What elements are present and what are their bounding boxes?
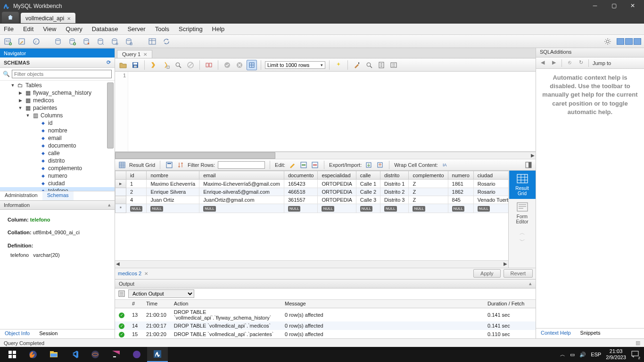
grid-hscrollbar[interactable]: ◀ ▶ <box>115 260 508 268</box>
inspector-icon[interactable]: i <box>31 36 41 47</box>
table-row[interactable]: 4Juan OrtizJuanOrtiz@gmail.com361557ORTO… <box>116 196 509 204</box>
tab-session[interactable]: Session <box>34 329 62 338</box>
tree-table-0[interactable]: flyway_schema_history <box>33 90 91 96</box>
tree-columns[interactable]: Columns <box>41 112 63 119</box>
tab-schemas[interactable]: Schemas <box>42 191 74 200</box>
editor-hscrollbar[interactable]: ▶ <box>115 152 536 159</box>
taskbar-explorer[interactable] <box>43 347 64 362</box>
editor-code[interactable] <box>128 72 536 151</box>
scroll-right-icon[interactable]: ▶ <box>504 261 507 266</box>
cell-distrito[interactable]: Distrito 2 <box>380 188 409 196</box>
tab-snippets[interactable]: Snippets <box>576 329 605 338</box>
col-8[interactable]: ciudad <box>48 180 65 187</box>
edit-icon[interactable] <box>288 161 297 169</box>
cell-especialidad[interactable]: ORTOPEDIA <box>318 180 356 188</box>
tray-network-icon[interactable]: ▭ <box>570 352 575 358</box>
explain-icon[interactable] <box>173 60 183 70</box>
menu-edit[interactable]: Edit <box>23 25 33 33</box>
rollback-icon[interactable] <box>234 60 245 70</box>
cell-ciudad[interactable]: Rosario <box>473 188 508 196</box>
collapse-output-icon[interactable]: ▴ <box>529 280 532 287</box>
col-5[interactable]: distrito <box>48 157 65 164</box>
cell-null[interactable]: NULL <box>380 204 409 213</box>
filter-icon[interactable] <box>165 161 173 169</box>
cell-nombre[interactable]: Enrique Silvera <box>147 188 199 196</box>
output-type-select[interactable]: Action Output <box>128 289 194 298</box>
cell-id[interactable]: 2 <box>126 188 147 196</box>
output-list-icon[interactable] <box>118 290 125 297</box>
col-header-especialidad[interactable]: especialidad <box>318 171 356 180</box>
menu-tools[interactable]: Tools <box>155 25 169 33</box>
tree-table-2[interactable]: pacientes <box>33 105 57 111</box>
settings-icon[interactable] <box>603 36 613 47</box>
nav-back-icon[interactable]: ◀ <box>539 59 546 67</box>
tray-chevron-icon[interactable]: ︿ <box>560 351 565 358</box>
refresh-schemas-icon[interactable]: ⟳ <box>107 59 111 66</box>
sort-icon[interactable] <box>176 161 185 169</box>
result-tab[interactable]: medicos 2 ✕ <box>118 271 148 276</box>
col-header-ciudad[interactable]: ciudad <box>473 171 508 180</box>
maximize-button[interactable]: ▢ <box>610 2 618 10</box>
taskbar-intellij[interactable] <box>106 347 126 362</box>
cell-documento[interactable]: 165423 <box>284 180 317 188</box>
toggle-left-panel[interactable] <box>617 38 624 45</box>
fullscreen-icon[interactable] <box>524 161 533 169</box>
cell-numero[interactable]: 1861 <box>448 180 473 188</box>
col-header-documento[interactable]: documento <box>284 171 317 180</box>
menu-database[interactable]: Database <box>92 25 118 33</box>
brush-icon[interactable] <box>352 60 362 70</box>
menu-help[interactable]: Help <box>212 25 225 33</box>
taskbar-workbench[interactable] <box>147 347 168 362</box>
table-row[interactable]: 2Enrique SilveraEnrique-silvera5@gmail.c… <box>116 188 509 196</box>
import-icon[interactable] <box>376 161 384 169</box>
tab-context-help[interactable]: Context Help <box>536 329 576 338</box>
cell-email[interactable]: Maximo-Echeverría5@gmail.com <box>199 180 284 188</box>
cell-complemento[interactable]: Z <box>409 196 448 204</box>
tab-object-info[interactable]: Object Info <box>0 329 34 338</box>
autocommit-icon[interactable] <box>247 60 257 70</box>
stop-icon[interactable] <box>185 60 196 70</box>
cell-ciudad[interactable]: Rosario <box>473 180 508 188</box>
row-selector[interactable] <box>116 196 126 204</box>
db-icon-5[interactable] <box>109 36 120 47</box>
taskbar-eclipse[interactable] <box>85 347 106 362</box>
jump-to-label[interactable]: Jump to <box>593 60 611 66</box>
col-6[interactable]: complemento <box>48 165 82 172</box>
open-file-icon[interactable] <box>118 60 128 70</box>
taskbar-firefox[interactable] <box>23 347 43 362</box>
new-sql-tab-icon[interactable]: SQL <box>3 36 13 47</box>
no-limit-icon[interactable] <box>204 60 214 70</box>
collapse-icon[interactable]: ▴ <box>108 202 111 208</box>
mode-up-icon[interactable]: ︿ <box>520 229 525 237</box>
beautify-icon[interactable] <box>333 60 344 70</box>
home-tab[interactable] <box>2 12 19 23</box>
find-icon[interactable] <box>364 60 374 70</box>
db-icon-6[interactable] <box>124 36 134 47</box>
col-header-id[interactable]: id <box>126 171 147 180</box>
row-selector[interactable] <box>116 188 126 196</box>
cell-null[interactable]: NULL <box>126 204 147 213</box>
cell-complemento[interactable]: Z <box>409 180 448 188</box>
result-grid[interactable]: id nombre email documento especialidad c… <box>115 171 508 213</box>
cell-null[interactable]: NULL <box>409 204 448 213</box>
commit-icon[interactable] <box>222 60 232 70</box>
cell-null[interactable]: NULL <box>318 204 356 213</box>
toggle-invisible-icon[interactable] <box>376 60 387 70</box>
query-tab[interactable]: Query 1 ✕ <box>117 50 152 58</box>
connection-tab[interactable]: vollmedical_api ✕ <box>21 13 75 23</box>
start-button[interactable] <box>2 347 23 362</box>
scroll-right-icon[interactable]: ▶ <box>531 153 535 158</box>
help-refresh-icon[interactable]: ↻ <box>577 59 585 67</box>
col-header-complemento[interactable]: complemento <box>409 171 448 180</box>
row-limit-select[interactable]: Limit to 1000 rows ▾ <box>265 61 325 69</box>
tree-table-1[interactable]: medicos <box>33 97 54 104</box>
col-0[interactable]: id <box>48 120 52 126</box>
cell-id[interactable]: 4 <box>126 196 147 204</box>
delete-row-icon[interactable] <box>311 161 319 169</box>
cell-null[interactable]: NULL <box>356 204 380 213</box>
wrap-icon[interactable] <box>388 60 399 70</box>
close-tab-icon[interactable]: ✕ <box>67 16 71 21</box>
col-header-email[interactable]: email <box>199 171 284 180</box>
output-row[interactable]: ✓1421:00:17DROP TABLE `vollmedical_api`.… <box>115 321 536 330</box>
apply-button[interactable]: Apply <box>473 269 501 278</box>
